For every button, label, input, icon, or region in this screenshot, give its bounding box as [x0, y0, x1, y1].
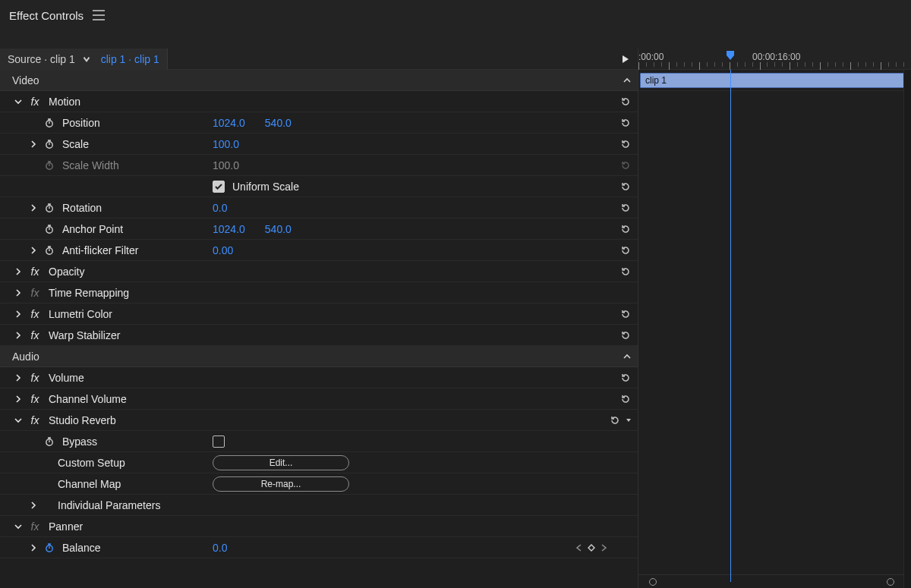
twist-opacity[interactable]: [12, 266, 24, 278]
collapse-audio-icon[interactable]: [623, 352, 632, 361]
reset-lumetri-icon[interactable]: [619, 308, 632, 320]
param-anchor-label: Anchor Point: [62, 223, 123, 235]
twist-volume[interactable]: [12, 372, 24, 384]
effect-channel-volume[interactable]: fx Channel Volume: [0, 388, 638, 410]
param-anchor-point: Anchor Point 1024.0 540.0: [0, 219, 638, 240]
reverb-menu-icon[interactable]: [626, 417, 632, 423]
balance-value[interactable]: 0.0: [213, 542, 227, 554]
param-individual-params[interactable]: Individual Parameters: [0, 495, 638, 516]
section-video[interactable]: Video: [0, 70, 638, 91]
properties-tree: Video fx Motion: [0, 70, 638, 588]
collapse-video-icon[interactable]: [623, 76, 632, 85]
effect-warp-label: Warp Stabilizer: [49, 329, 120, 341]
twist-scale[interactable]: [27, 138, 39, 150]
stopwatch-scale-icon[interactable]: [43, 139, 56, 149]
param-uniform-scale: Uniform Scale: [0, 176, 638, 197]
zoom-handle-left[interactable]: [649, 578, 657, 586]
scale-value[interactable]: 100.0: [213, 138, 239, 150]
remap-button[interactable]: Re-map...: [213, 476, 349, 492]
twist-rotation[interactable]: [27, 202, 39, 214]
effect-time-remapping[interactable]: fx Time Remapping: [0, 282, 638, 303]
effect-motion[interactable]: fx Motion: [0, 91, 638, 112]
position-y-value[interactable]: 540.0: [265, 117, 292, 129]
source-selector[interactable]: Source · clip 1 clip 1 · clip 1: [0, 49, 168, 69]
effect-chvol-label: Channel Volume: [49, 393, 127, 405]
effect-warp-stabilizer[interactable]: fx Warp Stabilizer: [0, 325, 638, 346]
section-audio[interactable]: Audio: [0, 346, 638, 367]
twist-lumetri[interactable]: [12, 308, 24, 320]
uniform-scale-checkbox[interactable]: [213, 181, 225, 193]
reset-scale-width-icon: [619, 159, 632, 171]
playhead-icon[interactable]: [725, 50, 736, 61]
keyframe-nav: [575, 543, 607, 552]
fx-icon[interactable]: fx: [27, 287, 43, 299]
prev-keyframe-icon[interactable]: [575, 543, 583, 552]
edit-button[interactable]: Edit...: [213, 455, 349, 470]
fx-icon[interactable]: fx: [27, 266, 43, 278]
twist-balance[interactable]: [27, 542, 39, 554]
stopwatch-anti-flicker-icon[interactable]: [43, 245, 56, 256]
next-keyframe-icon[interactable]: [600, 543, 607, 552]
reset-scale-icon[interactable]: [619, 138, 632, 150]
reset-chvol-icon[interactable]: [619, 393, 632, 405]
twist-panner[interactable]: [12, 520, 24, 533]
anti-flicker-value[interactable]: 0.00: [213, 244, 233, 256]
fx-icon[interactable]: fx: [27, 329, 43, 341]
reset-volume-icon[interactable]: [619, 372, 632, 384]
clip-bar[interactable]: clip 1: [640, 73, 909, 88]
anchor-x-value[interactable]: 1024.0: [213, 223, 245, 235]
param-balance-label: Balance: [62, 542, 101, 554]
reset-warp-icon[interactable]: [619, 329, 632, 341]
effect-lumetri-color[interactable]: fx Lumetri Color: [0, 303, 638, 325]
panel-title[interactable]: Effect Controls: [9, 9, 84, 22]
stopwatch-bypass-icon[interactable]: [43, 436, 56, 447]
stopwatch-position-icon[interactable]: [43, 118, 56, 128]
stopwatch-anchor-icon[interactable]: [43, 224, 56, 234]
playhead-line[interactable]: [730, 70, 731, 582]
effect-opacity[interactable]: fx Opacity: [0, 261, 638, 282]
bypass-checkbox[interactable]: [213, 435, 225, 448]
fx-icon[interactable]: fx: [27, 308, 43, 320]
twist-reverb[interactable]: [12, 414, 24, 426]
twist-time-remap[interactable]: [12, 287, 24, 299]
reset-anti-flicker-icon[interactable]: [619, 244, 632, 256]
effect-volume[interactable]: fx Volume: [0, 367, 638, 388]
reset-reverb-icon[interactable]: [609, 414, 621, 426]
timecode-start: :00:00: [638, 52, 664, 62]
stopwatch-balance-icon[interactable]: [43, 542, 56, 553]
add-keyframe-icon[interactable]: [588, 544, 595, 552]
fx-icon[interactable]: fx: [27, 520, 43, 533]
twist-chvol[interactable]: [12, 393, 24, 405]
panel-menu-icon[interactable]: [93, 10, 105, 20]
fx-icon[interactable]: fx: [27, 372, 43, 384]
twist-warp[interactable]: [12, 329, 24, 341]
timeline-ruler[interactable]: :00:00 00:00:16:00: [638, 49, 911, 70]
param-bypass: Bypass: [0, 431, 638, 452]
twist-indiv[interactable]: [27, 499, 39, 511]
twist-motion[interactable]: [12, 96, 24, 108]
timeline-zoom-bar[interactable]: [638, 574, 911, 588]
play-only-icon[interactable]: [621, 55, 630, 64]
ruler-ticks: [638, 62, 911, 70]
rotation-value[interactable]: 0.0: [213, 202, 227, 214]
position-x-value[interactable]: 1024.0: [213, 117, 245, 129]
fx-icon[interactable]: fx: [27, 96, 43, 108]
reset-motion-icon[interactable]: [619, 96, 632, 108]
fx-icon[interactable]: fx: [27, 414, 43, 426]
anchor-y-value[interactable]: 540.0: [265, 223, 292, 235]
stopwatch-rotation-icon[interactable]: [43, 203, 56, 213]
zoom-handle-right[interactable]: [887, 578, 894, 586]
effect-panner[interactable]: fx Panner: [0, 516, 638, 537]
reset-uniform-scale-icon[interactable]: [619, 181, 632, 193]
timeline-body[interactable]: [638, 91, 911, 574]
param-rotation: Rotation 0.0: [0, 197, 638, 219]
clip-bar-label: clip 1: [645, 75, 667, 86]
fx-icon[interactable]: fx: [27, 393, 43, 405]
effect-studio-reverb[interactable]: fx Studio Reverb: [0, 410, 638, 431]
reset-position-icon[interactable]: [619, 117, 632, 129]
vertical-scrollbar[interactable]: [903, 70, 911, 588]
reset-anchor-icon[interactable]: [619, 223, 632, 235]
twist-anti-flicker[interactable]: [27, 244, 39, 256]
reset-rotation-icon[interactable]: [619, 202, 632, 214]
reset-opacity-icon[interactable]: [619, 266, 632, 278]
